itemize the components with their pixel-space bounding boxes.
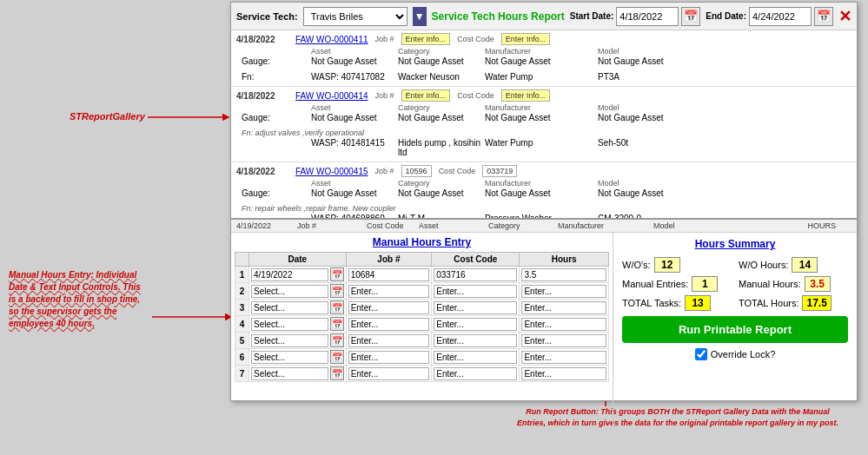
close-btn[interactable]: ✕ [838, 7, 851, 26]
override-row: Override Lock? [622, 348, 848, 360]
end-date-input[interactable] [749, 7, 812, 26]
total-tasks-value: 13 [685, 295, 711, 311]
col-cost: Cost Code [432, 253, 520, 267]
manual-row: 2📅 [235, 283, 609, 300]
manual-hours-input[interactable] [521, 334, 606, 347]
manual-hours-input[interactable] [521, 351, 606, 364]
manual-hours-input[interactable] [521, 285, 606, 298]
manual-row: 4📅 [235, 316, 609, 333]
manual-annotation: Manual Hours Entry: Individual Date & Te… [9, 269, 148, 330]
manual-date-cal-btn[interactable]: 📅 [330, 267, 344, 281]
manual-date-cal-btn[interactable]: 📅 [330, 350, 344, 364]
total-hours-value: 17.5 [802, 295, 831, 311]
manual-hours-input[interactable] [521, 367, 606, 380]
wo-hours-item: W/O Hours: 14 [739, 257, 848, 273]
manual-date-input[interactable] [251, 351, 328, 364]
start-date-input[interactable] [616, 7, 679, 26]
manual-cost-input[interactable] [434, 351, 517, 364]
manual-hours-input[interactable] [521, 318, 606, 331]
manual-entries-value: 1 [692, 276, 718, 292]
run-report-btn[interactable]: Run Printable Report [622, 316, 848, 343]
wo-hours-label: W/O Hours: [739, 260, 788, 270]
wo-job-btn-2[interactable]: Enter Info... [401, 89, 451, 102]
override-label: Override Lock? [711, 349, 776, 359]
wo-number-3[interactable]: FAW WO-0000415 [295, 167, 368, 176]
manual-date-cal-btn[interactable]: 📅 [330, 333, 344, 347]
manual-date-input[interactable] [251, 318, 328, 331]
col-hours: Hours [520, 253, 609, 267]
total-tasks-label: TOTAL Tasks: [622, 298, 681, 308]
col-date: Date [249, 253, 347, 267]
wo-cost-btn-3[interactable]: 033719 [482, 165, 517, 177]
wo-date-3: 4/18/2022 [236, 167, 288, 176]
manual-date-input[interactable] [251, 334, 328, 347]
report-link[interactable]: Service Tech Hours Report [432, 10, 565, 23]
wo-hours-value: 14 [792, 257, 818, 273]
last-wo-header: 4/19/2022 Job # Cost Code Asset Category… [231, 220, 857, 233]
end-date-label: End Date: [706, 11, 746, 21]
wo-area[interactable]: 4/18/2022 FAW WO-0000411 Job # Enter Inf… [231, 30, 857, 220]
col-job: Job # [346, 253, 432, 267]
end-date-group: End Date: 📅 [706, 7, 833, 26]
manual-entry-panel: Manual Hours Entry Date Job # Cost Code … [231, 233, 613, 431]
manual-date-cal-btn[interactable]: 📅 [330, 284, 344, 298]
tech-dropdown-btn[interactable]: ▼ [413, 7, 427, 26]
manual-job-input[interactable] [348, 334, 430, 347]
manual-row: 1📅 [235, 267, 609, 283]
manual-job-input[interactable] [348, 285, 430, 298]
manual-hours-input[interactable] [521, 268, 606, 281]
wo-count-item: W/O's: 12 [622, 257, 732, 273]
tech-select[interactable]: Travis Briles [303, 7, 407, 26]
manual-date-cal-btn[interactable]: 📅 [330, 317, 344, 331]
manual-job-input[interactable] [348, 318, 430, 331]
hours-summary-panel: Hours Summary W/O's: 12 W/O Hours: 14 Ma… [613, 233, 857, 431]
manual-date-input[interactable] [251, 268, 328, 281]
total-hours-item: TOTAL Hours: 17.5 [739, 295, 848, 311]
wo-date-2: 4/18/2022 [236, 91, 288, 101]
wo-date-1: 4/18/2022 [236, 35, 288, 44]
manual-cost-input[interactable] [434, 285, 517, 298]
manual-date-cal-btn[interactable]: 📅 [330, 300, 344, 314]
manual-job-input[interactable] [348, 367, 430, 380]
manual-job-input[interactable] [348, 268, 430, 281]
wo-job-btn-1[interactable]: Enter Info... [401, 33, 451, 45]
manual-cost-input[interactable] [434, 301, 517, 314]
manual-cost-input[interactable] [434, 318, 517, 331]
wo-number-1[interactable]: FAW WO-0000411 [295, 35, 368, 44]
manual-date-input[interactable] [251, 301, 328, 314]
wo-count-label: W/O's: [622, 260, 651, 270]
override-checkbox[interactable] [695, 348, 707, 360]
manual-date-input[interactable] [251, 367, 328, 380]
manual-job-input[interactable] [348, 301, 430, 314]
manual-row: 5📅 [235, 333, 609, 349]
total-tasks-item: TOTAL Tasks: 13 [622, 295, 732, 311]
end-date-cal-btn[interactable]: 📅 [814, 7, 833, 26]
wo-job-btn-3[interactable]: 10596 [401, 165, 432, 177]
manual-row: 3📅 [235, 300, 609, 316]
manual-entry-title: Manual Hours Entry [235, 236, 609, 248]
start-date-group: Start Date: 📅 [570, 7, 701, 26]
start-date-label: Start Date: [570, 11, 614, 21]
manual-entries-item: Manual Entries: 1 [622, 276, 732, 292]
wo-count-value: 12 [654, 257, 680, 273]
manual-row: 7📅 [235, 366, 609, 382]
manual-date-cal-btn[interactable]: 📅 [330, 366, 344, 380]
main-panel: Service Tech: Travis Briles ▼ Service Te… [230, 2, 858, 401]
wo-number-2[interactable]: FAW WO-0000414 [295, 91, 368, 101]
manual-cost-input[interactable] [434, 367, 517, 380]
manual-table-header: Date Job # Cost Code Hours [235, 253, 609, 267]
summary-title: Hours Summary [622, 238, 848, 250]
manual-cost-input[interactable] [434, 268, 517, 281]
manual-hours-label: Manual Hours: [739, 279, 801, 289]
manual-job-input[interactable] [348, 351, 430, 364]
manual-row: 6📅 [235, 349, 609, 366]
start-date-cal-btn[interactable]: 📅 [681, 7, 700, 26]
manual-cost-input[interactable] [434, 334, 517, 347]
wo-cost-btn-2[interactable]: Enter Info... [501, 89, 551, 102]
manual-date-input[interactable] [251, 285, 328, 298]
col-num [235, 253, 249, 267]
manual-hours-input[interactable] [521, 301, 606, 314]
manual-hours-table: Date Job # Cost Code Hours 1📅2📅3📅4📅5📅6📅7… [235, 252, 609, 382]
stgallery-annotation: STReportGallery [70, 111, 145, 122]
wo-cost-btn-1[interactable]: Enter Info... [501, 33, 551, 45]
